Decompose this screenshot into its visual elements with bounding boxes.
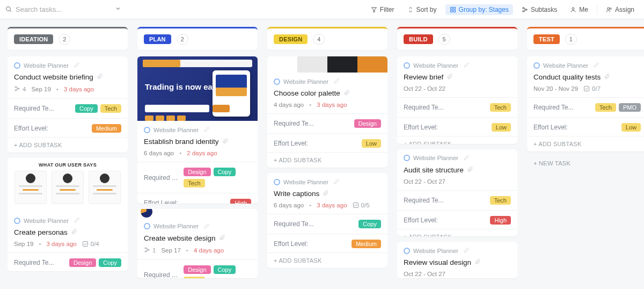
tag-design: Design xyxy=(184,265,210,274)
checklist-progress-value: 0/5 xyxy=(361,202,370,208)
task-card[interactable]: Website PlannerReview visual designOct 2… xyxy=(397,242,517,278)
stage-count: 4 xyxy=(313,34,325,45)
dot-separator: • xyxy=(39,241,41,247)
add-subtask-button[interactable]: + ADD SUBTASK xyxy=(397,229,517,237)
column-header[interactable]: DESIGN4 xyxy=(267,27,387,50)
effort-row: Effort Level:High xyxy=(144,199,251,204)
required-team-label: Required Te... xyxy=(404,197,444,204)
column-build: BUILD5Website PlannerReview briefOct 22 … xyxy=(397,27,517,289)
group-button[interactable]: Group by: Stages xyxy=(445,4,513,15)
tag-copy: Copy xyxy=(75,104,98,113)
divider xyxy=(8,252,128,253)
project-row: Website Planner xyxy=(274,78,381,85)
effort-row: Effort Level:Low xyxy=(404,123,511,132)
column-body[interactable]: Website PlannerConduct quality testsNov … xyxy=(527,56,644,289)
task-date: 6 days ago xyxy=(144,150,174,156)
stage-count: 5 xyxy=(438,34,450,45)
task-card[interactable]: Website PlannerConduct website briefing4… xyxy=(8,56,128,153)
meta-row: Oct 22 - Oct 27 xyxy=(404,271,511,277)
search-input[interactable] xyxy=(16,5,96,13)
task-card[interactable]: Trading is now easierWebsite PlannerEsta… xyxy=(137,56,258,204)
divider xyxy=(267,113,387,114)
task-date: Sep 19 xyxy=(31,86,50,92)
required-team-row: Required Te...TechPMO xyxy=(533,103,641,112)
tag-copy: Copy xyxy=(214,168,236,176)
divider xyxy=(137,193,258,193)
project-name: Website Planner xyxy=(413,62,458,69)
attachment-icon xyxy=(71,228,77,236)
divider xyxy=(397,117,517,118)
checklist-progress-value: 0/4 xyxy=(91,241,99,247)
add-subtask-button[interactable]: + ADD SUBTASK xyxy=(267,252,387,268)
task-title: Conduct website briefing xyxy=(14,73,93,81)
project-row: Website Planner xyxy=(404,62,511,69)
sort-label: Sort by xyxy=(416,6,437,13)
subtask-count[interactable]: 4 xyxy=(14,85,26,93)
required-team-label: Required Te... xyxy=(144,174,179,182)
tag-low: Low xyxy=(621,123,641,132)
svg-rect-5 xyxy=(450,10,452,12)
edit-icon xyxy=(334,178,340,185)
group-icon xyxy=(450,6,456,13)
search-dropdown-button[interactable] xyxy=(112,3,125,16)
required-team-label: Required Te... xyxy=(274,120,314,127)
column-header[interactable]: IDEATION2 xyxy=(8,27,128,50)
required-team-label: Required Te... xyxy=(404,104,444,111)
task-card[interactable]: Website PlannerConduct quality testsNov … xyxy=(527,56,644,151)
column-body[interactable]: Trading is now easierWebsite PlannerEsta… xyxy=(137,56,258,289)
add-subtask-button[interactable]: + ADD SUBTASK xyxy=(527,136,644,151)
task-card[interactable]: Website PlannerCreate website design1Sep… xyxy=(137,209,258,278)
divider xyxy=(267,133,387,134)
task-card[interactable]: Website PlannerWrite captions6 days ago•… xyxy=(267,173,387,268)
column-header[interactable]: PLAN2 xyxy=(137,27,258,50)
user-icon xyxy=(570,6,576,13)
add-subtask-button[interactable]: + ADD SUBTASK xyxy=(397,136,517,144)
assignee-button[interactable]: Assign xyxy=(602,4,639,15)
task-card[interactable]: Website PlannerReview briefOct 22 - Oct … xyxy=(397,56,517,144)
effort-label: Effort Level: xyxy=(274,140,308,147)
card-cover-image xyxy=(267,56,387,73)
filter-button[interactable]: Filter xyxy=(367,4,399,15)
task-title: Conduct quality tests xyxy=(533,73,601,81)
task-card[interactable]: Website PlannerAudit site structureOct 2… xyxy=(397,149,517,237)
stage-count: 2 xyxy=(58,34,70,45)
checklist-icon xyxy=(583,85,590,92)
checklist-progress: 0/7 xyxy=(583,85,601,92)
task-card[interactable]: WHAT OUR USER SAYSWebsite PlannerCreate … xyxy=(8,158,128,271)
project-status-icon xyxy=(404,62,410,69)
meta-row: Oct 22 - Oct 22 xyxy=(404,85,511,92)
subtask-count[interactable]: 1 xyxy=(144,247,156,254)
add-subtask-button[interactable]: + ADD SUBTASK xyxy=(8,137,128,153)
new-task-button[interactable]: + NEW TASK xyxy=(527,157,644,170)
stage-pill: DESIGN xyxy=(274,34,308,44)
column-body[interactable]: Website PlannerConduct website briefing4… xyxy=(8,56,128,289)
card-cover-image: WHAT OUR USER SAYS xyxy=(8,158,128,212)
attachment-icon xyxy=(323,190,329,198)
checklist-progress: 0/4 xyxy=(82,241,99,247)
sort-button[interactable]: Sort by xyxy=(403,4,441,15)
tag-tech: Tech xyxy=(184,277,204,278)
subtasks-button[interactable]: Subtasks xyxy=(517,4,561,15)
column-body[interactable]: Website PlannerReview briefOct 22 - Oct … xyxy=(397,56,517,289)
column-header[interactable]: TEST1 xyxy=(527,27,644,50)
card-cover-image xyxy=(137,209,258,218)
kanban-board[interactable]: IDEATION2Website PlannerConduct website … xyxy=(0,19,644,289)
tag-tech: Tech xyxy=(184,179,204,187)
effort-chip-wrap: Medium xyxy=(352,240,381,248)
sort-icon xyxy=(407,6,414,13)
overdue-label: 2 days ago xyxy=(187,150,217,156)
attachment-icon xyxy=(97,73,103,81)
task-date-range: Oct 22 - Oct 27 xyxy=(404,271,445,277)
svg-point-14 xyxy=(15,90,16,91)
task-title: Review visual design xyxy=(404,258,471,266)
meta-row: 4Sep 19•3 days ago xyxy=(14,85,121,93)
project-name: Website Planner xyxy=(283,78,328,85)
column-body[interactable]: Website PlannerChoose color palette4 day… xyxy=(267,56,387,289)
column-header[interactable]: BUILD5 xyxy=(397,27,517,50)
divider xyxy=(8,118,128,119)
me-button[interactable]: Me xyxy=(566,4,592,15)
required-team-label: Required Te... xyxy=(14,259,54,266)
task-card[interactable]: Website PlannerChoose color palette4 day… xyxy=(267,56,387,168)
project-status-icon xyxy=(14,218,20,224)
add-subtask-button[interactable]: + ADD SUBTASK xyxy=(267,152,387,168)
